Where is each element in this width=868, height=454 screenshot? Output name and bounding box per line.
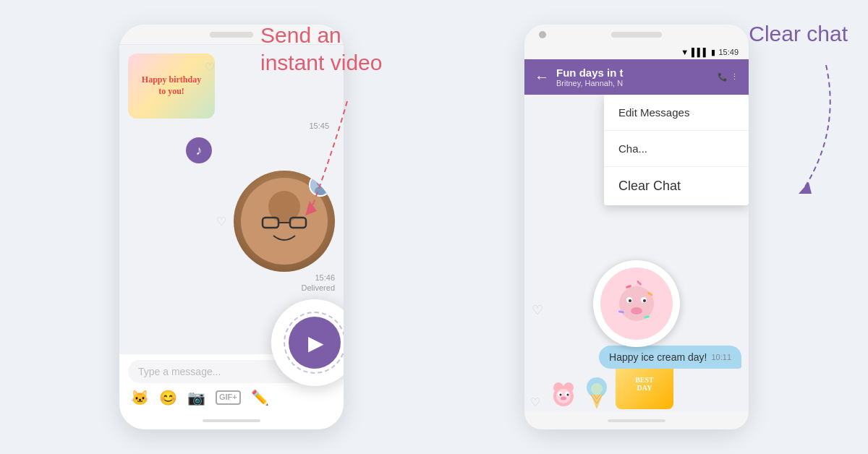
bear-sticker [549,380,578,409]
sticker-timestamp: 15:45 [309,121,329,130]
right-phone-bottom [524,412,749,429]
svg-marker-9 [799,182,812,194]
chat-icons-row: 🐱 😊 📷 GIF+ ✏️ [128,389,335,406]
header-right-icons: 📞 ⋮ [718,72,739,82]
left-phone-bottom-bar [119,412,344,429]
svg-point-21 [631,307,642,314]
svg-point-32 [591,383,603,395]
wifi-icon: ▼ [681,48,689,56]
video-avatar [309,174,332,197]
ice-cream-text: Happy ice cream day! [609,351,707,363]
ice-cream-time: 10:11 [711,353,731,361]
bottom-nav-bar [608,419,665,422]
emoji-icon[interactable]: 🐱 [131,389,149,406]
dropdown-menu: Edit Messages Cha... Clear Chat [604,95,749,205]
battery-icon: ▮ [711,48,715,57]
chat-title-block: Fun days in t Britney, Hannah, N [556,67,710,87]
speaker-grill [210,32,253,38]
video-heart-icon: ♡ [216,215,226,228]
gif-button[interactable]: GIF+ [216,390,241,404]
chat-background-item[interactable]: Cha... [604,131,749,167]
chat-name: Fun days in t [556,67,710,79]
annotation-send-text: Send an instant video [260,22,382,76]
camera-icon[interactable]: 📷 [187,389,205,406]
donut-heart-icon: ♡ [532,302,543,318]
camera-dot [539,31,546,38]
music-note-icon: ♪ [196,143,203,158]
svg-point-28 [560,394,562,396]
send-instant-video-annotation: Send an instant video [260,22,382,76]
speaker-bar [611,32,662,38]
happy-birthday-sticker: Happy birthdayto you! [128,53,215,119]
svg-point-30 [561,397,566,401]
nav-bar [203,419,260,422]
svg-point-19 [629,299,631,302]
video-timestamp: 15:46 [315,273,335,282]
clear-chat-item[interactable]: Clear Chat [604,167,749,205]
status-bar: ▼ ▌▌▌ ▮ 15:49 [524,45,749,59]
more-icon[interactable]: ⋮ [731,72,739,82]
bottom-stickers-area: ♡ [524,369,749,412]
call-icon[interactable]: 📞 [718,72,728,82]
play-icon: ▶ [308,331,324,355]
chat-members: Britney, Hannah, N [556,79,710,87]
sticker-icon[interactable]: 😊 [159,389,177,406]
signal-icon: ▌▌▌ [692,48,708,56]
back-arrow-icon[interactable]: ← [535,69,549,85]
edit-messages-item[interactable]: Edit Messages [604,95,749,131]
spacer [727,31,734,38]
dashed-arrow-right [746,58,848,202]
clear-chat-annotation: Clear chat [749,20,848,48]
input-placeholder: Type a message... [138,366,221,377]
svg-point-25 [556,389,571,403]
right-phone-top-bar [524,25,749,45]
ice-cream-message: Happy ice cream day! 10:11 [599,346,741,369]
left-phone: Happy birthdayto you! ♡ 15:45 ♪ [119,25,344,429]
doodle-icon[interactable]: ✏️ [251,389,269,406]
sticker-heart-icon: ♡ [530,395,540,409]
video-record-button[interactable]: ▶ [289,317,341,369]
svg-point-29 [567,394,569,396]
donut-sticker-circle [593,260,680,347]
svg-point-7 [315,187,326,195]
svg-point-20 [643,299,646,302]
scene: Happy birthdayto you! ♡ 15:45 ♪ [0,0,868,454]
video-message: ♡ 15:46 Delivered [128,171,335,292]
ice-cream-sticker [584,373,610,409]
viber-chat-header: ← Fun days in t Britney, Hannah, N 📞 ⋮ [524,59,749,95]
video-bubble [234,171,335,272]
heart-icon: ♡ [205,61,215,74]
right-phone: ▼ ▌▌▌ ▮ 15:49 ← Fun days in t Britney, H… [524,25,749,429]
annotation-clear-chat-text: Clear chat [749,20,848,48]
right-chat-body: Edit Messages Cha... Clear Chat [524,95,749,412]
svg-point-6 [317,179,324,187]
delivered-status: Delivered [302,283,335,292]
music-bubble: ♪ [186,137,212,163]
status-time: 15:49 [718,48,739,56]
